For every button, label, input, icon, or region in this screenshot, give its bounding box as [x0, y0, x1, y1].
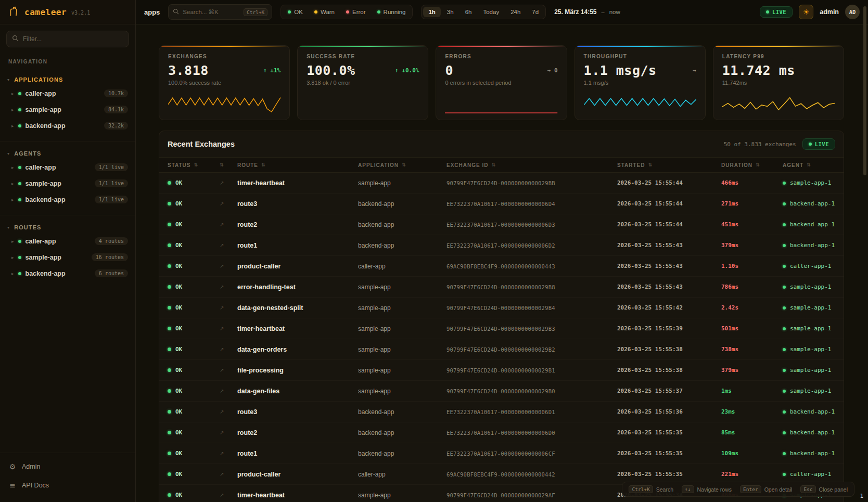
time-range-3h[interactable]: 3h — [442, 7, 459, 17]
stat-card-latency-p99[interactable]: LATENCY P99 11.742 ms 11.742ms — [713, 45, 844, 120]
agent-label: backend-app-1 — [790, 450, 835, 457]
filter-input[interactable] — [23, 35, 123, 43]
global-search-wrapper[interactable]: Ctrl+K — [168, 4, 272, 20]
agent-cell: backend-app-1 — [783, 408, 835, 415]
kbd-chip: Ctrl+K — [629, 485, 653, 493]
stat-card-success-rate[interactable]: SUCCESS RATE 100.0% ↑ +0.0% 3.818 ok / 0… — [297, 45, 428, 120]
sidebar-item-api-docs[interactable]: ≡ API Docs — [0, 476, 135, 495]
status-filter-error[interactable]: Error — [341, 7, 371, 17]
column-label: AGENT — [783, 162, 803, 168]
status-filter-warn[interactable]: Warn — [309, 7, 340, 17]
sparkline-chart — [722, 96, 835, 114]
route-cell: product-caller — [237, 471, 358, 478]
sidebar-section-header[interactable]: ▾ APPLICATIONS — [0, 74, 135, 85]
theme-toggle-button[interactable]: ☀ — [799, 5, 813, 19]
table-row[interactable]: OK ↗ route3 backend-app EE7322370A10617-… — [159, 402, 844, 422]
sidebar-item-backend-app[interactable]: ▸ backend-app 32.2k — [0, 118, 135, 134]
sidebar-item-sample-app[interactable]: ▸ sample-app 84.1k — [0, 101, 135, 118]
stat-card-throughput[interactable]: THROUGHPUT 1.1 msg/s → 1.1 msg/s — [575, 45, 706, 120]
column-header-route[interactable]: ROUTE ⇅ — [237, 162, 358, 168]
agent-dot-icon — [783, 286, 786, 289]
agent-dot-icon — [783, 202, 786, 205]
status-cell: OK — [168, 388, 220, 394]
sidebar-item-admin[interactable]: ⚙ Admin — [0, 457, 135, 476]
table-row[interactable]: OK ↗ route1 backend-app EE7322370A10617-… — [159, 235, 844, 256]
route-arrow-icon: ↗ — [220, 492, 237, 498]
column-header-application[interactable]: APPLICATION ⇅ — [358, 162, 446, 168]
ok-dot-icon — [168, 202, 171, 205]
sidebar-section-header[interactable]: ▾ ROUTES — [0, 222, 135, 233]
status-cell: OK — [168, 471, 220, 478]
route-arrow-icon: ↗ — [220, 430, 237, 435]
sidebar-section-header[interactable]: ▾ AGENTS — [0, 148, 135, 159]
ok-dot-icon — [168, 368, 171, 372]
scrollbar-thumb[interactable] — [863, 6, 866, 175]
stat-value: 3.818 — [168, 63, 209, 78]
status-filter-ok[interactable]: OK — [283, 7, 308, 17]
route-cell: file-processing — [237, 367, 358, 374]
time-range-24h[interactable]: 24h — [505, 7, 526, 17]
duration-cell: 1.10s — [721, 263, 783, 269]
avatar[interactable]: AD — [845, 5, 860, 19]
column-header-agent[interactable]: AGENT ⇅ — [783, 162, 835, 168]
stat-card-exchanges[interactable]: EXCHANGES 3.818 ↑ +1% 100.0% success rat… — [159, 45, 290, 120]
time-range-7d[interactable]: 7d — [527, 7, 544, 17]
table-row[interactable]: OK ↗ data-gen-orders sample-app 90799F47… — [159, 339, 844, 360]
count-badge: 1/1 live — [95, 196, 128, 203]
table-live-badge[interactable]: LIVE — [802, 138, 835, 150]
sun-icon: ☀ — [803, 8, 810, 16]
column-label: STARTED — [617, 162, 645, 168]
search-input[interactable] — [183, 9, 240, 15]
table-row[interactable]: OK ↗ product-caller caller-app 69AC90BF8… — [159, 256, 844, 277]
filter-input-wrapper[interactable] — [6, 31, 129, 47]
agent-cell: sample-app-1 — [783, 346, 835, 353]
agent-cell: sample-app-1 — [783, 367, 835, 374]
table-row[interactable]: OK ↗ error-handling-test sample-app 9079… — [159, 277, 844, 298]
sort-icon: ⇅ — [491, 162, 496, 168]
table-body: OK ↗ timer-heartbeat sample-app 90799F47… — [159, 173, 844, 502]
table-row[interactable]: OK ↗ file-processing sample-app 90799F47… — [159, 360, 844, 381]
column-header-icon[interactable]: ⇅ — [220, 162, 237, 168]
sidebar-item-backend-app[interactable]: ▸ backend-app 1/1 live — [0, 191, 135, 208]
table-row[interactable]: OK ↗ data-gen-files sample-app 90799F47E… — [159, 381, 844, 402]
sidebar-item-caller-app[interactable]: ▸ caller-app 10.7k — [0, 85, 135, 101]
table-row[interactable]: OK ↗ route3 backend-app EE7322370A10617-… — [159, 194, 844, 214]
sidebar-item-caller-app[interactable]: ▸ caller-app 1/1 live — [0, 159, 135, 175]
status-filter-running[interactable]: Running — [372, 7, 411, 17]
column-header-started[interactable]: STARTED ⇅ — [617, 162, 721, 168]
application-cell: backend-app — [358, 242, 446, 249]
sidebar-item-label: sample-app — [25, 106, 61, 113]
status-cell: OK — [168, 242, 220, 249]
column-header-exchange-id[interactable]: EXCHANGE ID ⇅ — [446, 162, 617, 168]
duration-cell: 221ms — [721, 471, 783, 478]
exchange-id-cell: EE7322370A10617-00000000000006D2 — [446, 242, 617, 249]
date-range-display[interactable]: 25. März 14:55 – now — [554, 8, 620, 16]
sidebar-item-backend-app[interactable]: ▸ backend-app 6 routes — [0, 265, 135, 281]
search-icon — [173, 7, 179, 17]
started-cell: 2026-03-25 15:55:43 — [617, 284, 721, 290]
status-dot-icon — [18, 92, 21, 95]
sidebar-item-sample-app[interactable]: ▸ sample-app 16 routes — [0, 249, 135, 265]
started-cell: 2026-03-25 15:55:36 — [617, 408, 721, 415]
time-range-today[interactable]: Today — [478, 7, 504, 17]
logo[interactable]: cameleer v3.2.1 — [0, 0, 135, 24]
column-header-duration[interactable]: DURATION ⇅ — [721, 162, 783, 168]
sidebar-item-sample-app[interactable]: ▸ sample-app 1/1 live — [0, 175, 135, 191]
table-row[interactable]: OK ↗ data-gen-nested-split sample-app 90… — [159, 298, 844, 318]
stat-card-errors[interactable]: ERRORS 0 → 0 0 errors in selected period — [436, 45, 567, 120]
agent-dot-icon — [783, 182, 786, 185]
started-cell: 2026-03-25 15:55:35 — [617, 450, 721, 457]
table-row[interactable]: OK ↗ route2 backend-app EE7322370A10617-… — [159, 214, 844, 235]
table-row[interactable]: OK ↗ route2 backend-app EE7322370A10617-… — [159, 422, 844, 443]
table-row[interactable]: OK ↗ timer-heartbeat sample-app 90799F47… — [159, 173, 844, 194]
live-toggle[interactable]: LIVE — [760, 6, 793, 18]
table-row[interactable]: OK ↗ route1 backend-app EE7322370A10617-… — [159, 443, 844, 464]
table-row[interactable]: OK ↗ timer-heartbeat sample-app 90799F47… — [159, 318, 844, 339]
exchange-id-cell: 90799F47E6CD24D-00000000000029B0 — [446, 388, 617, 394]
column-header-status[interactable]: STATUS ⇅ — [168, 162, 220, 168]
status-label: OK — [175, 367, 182, 374]
stat-subtitle: 1.1 msg/s — [584, 80, 696, 86]
time-range-1h[interactable]: 1h — [423, 7, 440, 17]
sidebar-item-caller-app[interactable]: ▸ caller-app 4 routes — [0, 233, 135, 249]
time-range-6h[interactable]: 6h — [460, 7, 477, 17]
